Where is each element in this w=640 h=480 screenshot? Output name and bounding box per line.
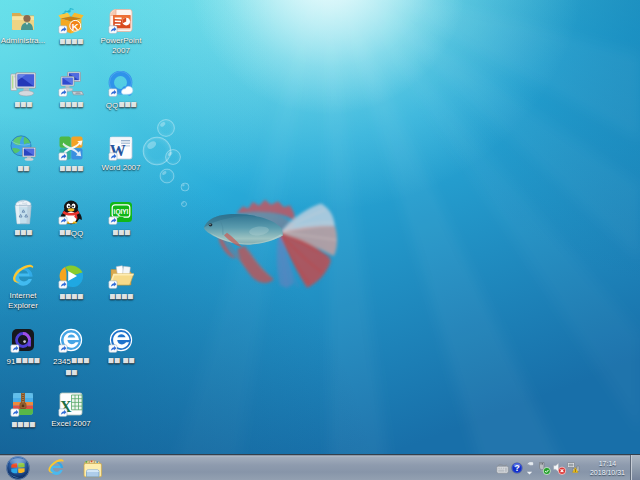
- svg-text:K: K: [72, 21, 79, 32]
- svg-text:?: ?: [514, 463, 519, 473]
- svg-text:iQIYI: iQIYI: [114, 208, 129, 216]
